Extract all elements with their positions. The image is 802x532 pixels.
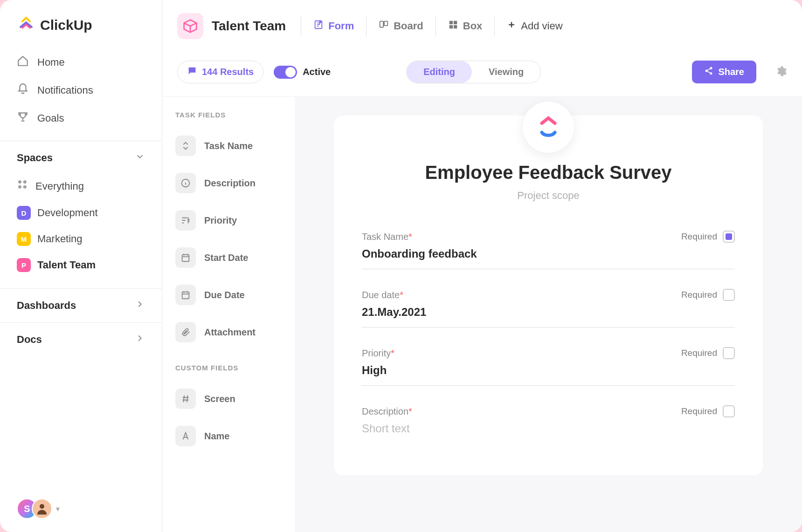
required-checkbox[interactable]	[723, 231, 735, 243]
mode-viewing[interactable]: Viewing	[472, 61, 540, 83]
field-name[interactable]: Name	[175, 417, 282, 455]
box-icon	[448, 20, 458, 33]
add-view-button[interactable]: Add view	[494, 16, 574, 36]
chevron-right-icon	[135, 333, 145, 346]
field-due-date[interactable]: Due Date	[175, 276, 282, 314]
avatar	[32, 498, 52, 519]
required-checkbox[interactable]	[723, 347, 735, 359]
form-subtitle[interactable]: Project scope	[362, 190, 735, 202]
chevron-right-icon	[135, 299, 145, 312]
nav-label: Notifications	[37, 84, 93, 96]
svg-point-4	[40, 504, 44, 509]
field-label: Due date*	[362, 290, 403, 300]
spaces-header[interactable]: Spaces	[17, 151, 145, 164]
share-button[interactable]: Share	[692, 61, 756, 83]
field-task-name[interactable]: Task Name	[175, 127, 282, 164]
form-field-task-name[interactable]: Task Name* Required Onboarding feedback	[362, 224, 735, 269]
required-label: Required	[681, 348, 717, 358]
form-field-priority[interactable]: Priority* Required High	[362, 341, 735, 386]
space-badge: D	[17, 206, 31, 220]
calendar-icon	[175, 247, 196, 268]
grid-icon	[17, 179, 29, 194]
brand-logo[interactable]: ClickUp	[0, 0, 162, 48]
trophy-icon	[17, 111, 29, 126]
field-start-date[interactable]: Start Date	[175, 239, 282, 276]
svg-rect-9	[454, 21, 457, 24]
form-canvas: Employee Feedback Survey Project scope T…	[295, 97, 802, 532]
sidebar-item-label: Marketing	[37, 233, 83, 245]
sidebar-item-talent-team[interactable]: P Talent Team	[17, 252, 145, 278]
svg-rect-17	[182, 292, 189, 299]
tab-label: Box	[463, 20, 483, 32]
sidebar-item-marketing[interactable]: M Marketing	[17, 226, 145, 252]
section-title: Dashboards	[17, 300, 76, 312]
page-title: Talent Team	[212, 19, 286, 34]
results-count: 144 Results	[202, 67, 254, 77]
svg-rect-16	[182, 255, 189, 262]
nav-label: Home	[37, 56, 65, 68]
results-pill[interactable]: 144 Results	[177, 61, 263, 83]
required-checkbox[interactable]	[723, 405, 735, 417]
tab-form[interactable]: Form	[301, 16, 366, 36]
field-value[interactable]: Onboarding feedback	[362, 247, 735, 260]
tab-board[interactable]: Board	[366, 16, 436, 36]
custom-fields-heading: CUSTOM FIELDS	[175, 364, 282, 372]
field-attachment[interactable]: Attachment	[175, 314, 282, 351]
spaces-list: Everything D Development M Marketing P T…	[17, 164, 145, 278]
nav-home[interactable]: Home	[17, 48, 145, 76]
space-badge: M	[17, 232, 31, 246]
field-label: Priority	[204, 215, 237, 226]
field-label: Due Date	[204, 290, 245, 300]
subbar: 144 Results Active Editing Viewing Share	[162, 52, 802, 97]
required-toggle[interactable]: Required	[681, 231, 735, 243]
required-toggle[interactable]: Required	[681, 347, 735, 359]
field-label: Start Date	[204, 252, 248, 263]
field-screen[interactable]: Screen	[175, 380, 282, 417]
user-menu[interactable]: S ▾	[0, 489, 162, 532]
priority-icon	[175, 210, 196, 231]
field-description[interactable]: Description	[175, 164, 282, 202]
spaces-section: Spaces Everything D Development M Market…	[0, 141, 162, 288]
mode-editing[interactable]: Editing	[407, 61, 472, 83]
share-label: Share	[718, 67, 744, 77]
dashboards-section[interactable]: Dashboards	[0, 288, 162, 322]
nav-notifications[interactable]: Notifications	[17, 76, 145, 104]
required-checkbox[interactable]	[723, 289, 735, 301]
sidebar-item-label: Talent Team	[37, 259, 96, 271]
chat-icon	[187, 66, 197, 78]
calendar-icon	[175, 285, 196, 305]
sidebar-item-development[interactable]: D Development	[17, 200, 145, 226]
field-value[interactable]: High	[362, 364, 735, 377]
sort-icon	[175, 136, 196, 156]
docs-section[interactable]: Docs	[0, 322, 162, 356]
nav-top: Home Notifications Goals	[0, 48, 162, 141]
form-logo[interactable]	[523, 102, 574, 153]
required-toggle[interactable]: Required	[681, 289, 735, 301]
form-title[interactable]: Employee Feedback Survey	[362, 162, 735, 183]
sidebar-item-label: Development	[37, 207, 98, 219]
field-value[interactable]: 21.May.2021	[362, 306, 735, 319]
space-header: Talent Team	[177, 13, 301, 39]
toggle-label: Active	[303, 67, 331, 77]
sidebar-item-label: Everything	[35, 180, 84, 192]
svg-rect-7	[384, 21, 387, 26]
field-label: Name	[204, 431, 229, 442]
hash-icon	[175, 389, 196, 409]
tab-box[interactable]: Box	[436, 16, 495, 36]
main-content: Talent Team Form Board Box Add view	[162, 0, 802, 532]
field-priority[interactable]: Priority	[175, 202, 282, 239]
settings-button[interactable]	[775, 65, 787, 79]
section-title: Docs	[17, 334, 42, 346]
bell-icon	[17, 83, 29, 98]
form-field-description[interactable]: Description* Required Short text	[362, 399, 735, 443]
field-label: Task Name*	[362, 232, 412, 242]
form-icon	[313, 20, 324, 33]
nav-goals[interactable]: Goals	[17, 104, 145, 132]
required-toggle[interactable]: Required	[681, 405, 735, 417]
form-field-due-date[interactable]: Due date* Required 21.May.2021	[362, 282, 735, 327]
active-toggle[interactable]	[274, 66, 297, 79]
tab-label: Board	[394, 20, 423, 32]
sidebar-item-everything[interactable]: Everything	[17, 173, 145, 200]
field-placeholder[interactable]: Short text	[362, 422, 735, 435]
svg-point-12	[710, 67, 712, 69]
